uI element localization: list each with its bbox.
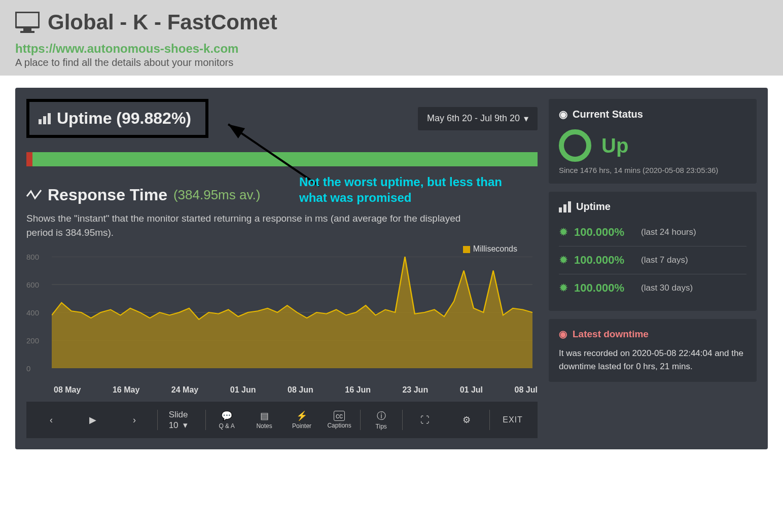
response-chart: 0200400600800 <box>26 257 532 383</box>
uptime-card-title: Uptime <box>559 201 746 212</box>
cc-icon: cc <box>334 411 345 421</box>
exit-button[interactable]: EXIT <box>492 412 533 428</box>
circle-icon: ◉ <box>559 328 567 340</box>
current-status-title: ◉ Current Status <box>559 108 746 120</box>
downtime-text: It was recorded on 2020-05-08 22:44:04 a… <box>559 347 746 373</box>
uptime-bar <box>26 152 538 166</box>
monitor-url[interactable]: https://www.autonomous-shoes-k.com <box>15 42 768 56</box>
uptime-period: (last 24 hours) <box>641 227 696 237</box>
burst-icon: ✹ <box>559 226 568 239</box>
status-ring-icon <box>559 129 591 162</box>
prev-button[interactable]: ‹ <box>30 412 72 429</box>
tips-button[interactable]: ⓘTips <box>363 407 400 433</box>
slide-selector[interactable]: Slide 10 ▾ <box>160 407 204 434</box>
pointer-button[interactable]: ⚡Pointer <box>283 407 321 433</box>
svg-rect-1 <box>23 28 31 31</box>
uptime-row: ✹100.000%(last 24 hours) <box>559 219 746 246</box>
subtitle: A place to find all the details about yo… <box>15 57 768 68</box>
play-button[interactable]: ▶ <box>72 411 114 429</box>
downtime-segment <box>26 152 32 166</box>
gear-icon: ⚙ <box>462 414 471 425</box>
uptime-heading: Uptime (99.882%) <box>26 99 208 138</box>
status-value: Up <box>601 134 628 157</box>
page-title: Global - K - FastComet <box>15 10 768 34</box>
qa-button[interactable]: 💬Q & A <box>208 407 245 433</box>
circle-icon: ◉ <box>559 108 567 120</box>
status-since: Since 1476 hrs, 14 mins (2020-05-08 23:0… <box>559 166 746 174</box>
status-up: Up <box>559 129 746 162</box>
uptime-row: ✹100.000%(last 30 days) <box>559 274 746 302</box>
uptime-pct: 100.000% <box>574 254 635 267</box>
caret-down-icon: ▾ <box>524 113 528 124</box>
page-header: Global - K - FastComet https://www.auton… <box>0 0 783 76</box>
uptime-row: ✹100.000%(last 7 days) <box>559 246 746 274</box>
date-range-dropdown[interactable]: May 6th 20 - Jul 9th 20 ▾ <box>418 107 538 130</box>
chart-legend: Milliseconds <box>26 244 517 254</box>
uptime-period: (last 7 days) <box>641 255 688 265</box>
response-avg: (384.95ms av.) <box>173 187 260 203</box>
legend-swatch <box>463 246 470 253</box>
svg-rect-2 <box>20 31 34 33</box>
downtime-title: ◉ Latest downtime <box>559 328 746 340</box>
captions-button[interactable]: ccCaptions <box>321 408 358 432</box>
presenter-toolbar: ‹ ▶ › Slide 10 ▾ 💬Q & A ▤Notes ⚡Pointer … <box>26 402 538 438</box>
burst-icon: ✹ <box>559 254 568 267</box>
uptime-segment <box>32 152 538 166</box>
notes-button[interactable]: ▤Notes <box>245 407 283 433</box>
next-button[interactable]: › <box>114 412 155 429</box>
response-desc: Shows the "instant" that the monitor sta… <box>26 211 473 239</box>
dashboard: Uptime (99.882%) May 6th 20 - Jul 9th 20… <box>15 88 768 449</box>
latest-downtime-card: ◉ Latest downtime It was recorded on 202… <box>549 319 757 382</box>
pointer-icon: ⚡ <box>296 410 307 421</box>
current-status-card: ◉ Current Status Up Since 1476 hrs, 14 m… <box>549 99 757 184</box>
settings-button[interactable]: ⚙ <box>446 411 487 429</box>
bar-chart-icon <box>39 113 51 124</box>
chart-x-labels: 08 May16 May24 May01 Jun08 Jun16 Jun23 J… <box>54 385 538 395</box>
uptime-pct: 100.000% <box>574 281 635 295</box>
line-chart-icon <box>26 186 42 204</box>
burst-icon: ✹ <box>559 281 568 295</box>
annotation: Not the worst uptime, but less than what… <box>299 174 502 205</box>
uptime-card: Uptime ✹100.000%(last 24 hours)✹100.000%… <box>549 192 757 311</box>
title-text: Global - K - FastComet <box>48 10 277 34</box>
info-icon: ⓘ <box>377 410 386 422</box>
svg-rect-0 <box>16 12 39 27</box>
fullscreen-button[interactable]: ⛶ <box>404 412 446 429</box>
chat-icon: 💬 <box>221 410 232 421</box>
uptime-pct: 100.000% <box>574 226 635 239</box>
bar-chart-icon <box>559 201 571 212</box>
monitor-icon <box>15 12 40 33</box>
notes-icon: ▤ <box>260 410 269 421</box>
uptime-period: (last 30 days) <box>641 283 693 293</box>
uptime-label: Uptime (99.882%) <box>57 109 191 128</box>
